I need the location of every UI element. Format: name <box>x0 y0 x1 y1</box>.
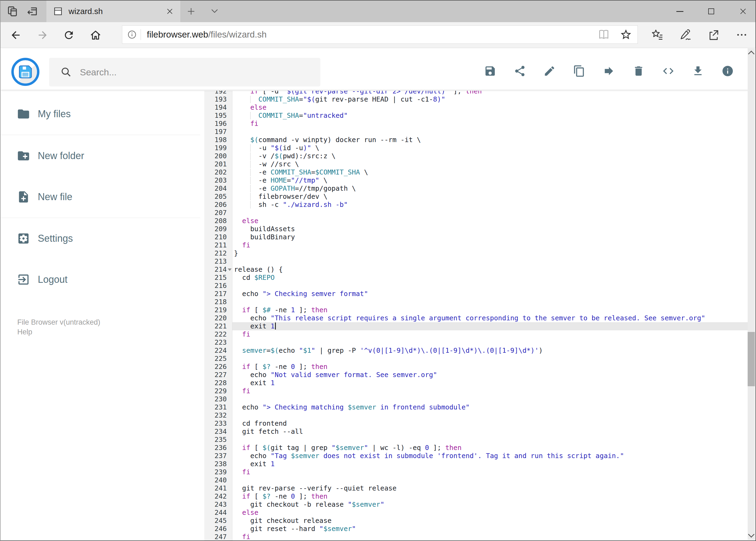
code-text[interactable]: git rev-parse --verify --quiet release <box>232 484 748 492</box>
code-text[interactable]: fi <box>232 533 748 541</box>
code-text[interactable]: -e COMMIT_SHA=$COMMIT_SHA \ <box>232 168 748 176</box>
code-text[interactable] <box>232 395 748 403</box>
save-button[interactable] <box>484 65 496 77</box>
scroll-down-arrow-icon[interactable] <box>748 531 754 537</box>
site-info-icon[interactable] <box>127 30 137 39</box>
code-text[interactable]: buildBinary <box>232 233 748 241</box>
reading-view-icon[interactable] <box>598 28 610 41</box>
code-text[interactable]: else <box>232 104 748 112</box>
annotate-pen-icon[interactable] <box>679 29 692 41</box>
more-options-icon[interactable] <box>735 29 748 41</box>
code-text[interactable]: fi <box>232 387 748 395</box>
refresh-icon[interactable] <box>63 29 75 41</box>
url-bar[interactable]: filebrowser.web/files/wizard.sh <box>122 25 638 44</box>
code-text[interactable]: if [ -d "$(git rev-parse --git-dir 2> /d… <box>232 91 748 95</box>
rename-button[interactable] <box>543 65 556 77</box>
code-text[interactable]: sh -c "./wizard.sh -b" <box>232 201 748 209</box>
share-icon[interactable] <box>707 29 720 41</box>
code-text[interactable] <box>232 298 748 306</box>
add-favorite-star-icon[interactable] <box>620 28 632 41</box>
code-text[interactable] <box>232 476 748 484</box>
forward-icon[interactable] <box>37 29 49 41</box>
tab-close-icon[interactable] <box>166 7 174 15</box>
code-text[interactable]: -w //src \ <box>232 160 748 168</box>
search-input[interactable] <box>79 67 296 78</box>
code-text[interactable] <box>232 209 748 217</box>
code-text[interactable] <box>232 282 748 290</box>
tab-list-chevron-icon[interactable] <box>210 8 219 14</box>
code-editor[interactable]: 192 if [ -d "$(git rev-parse --git-dir 2… <box>204 91 748 541</box>
fold-arrow-icon[interactable] <box>228 269 232 271</box>
code-text[interactable]: else <box>232 217 748 225</box>
code-text[interactable] <box>232 258 748 266</box>
back-icon[interactable] <box>10 29 22 41</box>
code-text[interactable]: $(command -v winpty) docker run --rm -it… <box>232 136 748 144</box>
code-text[interactable]: fi <box>232 241 748 249</box>
code-text[interactable]: COMMIT_SHA="untracked" <box>232 112 748 120</box>
code-text[interactable]: COMMIT_SHA="$(git rev-parse HEAD | cut -… <box>232 95 748 104</box>
code-text[interactable]: git fetch --all <box>232 427 748 436</box>
code-text[interactable]: -u "$(id -u)" \ <box>232 144 748 152</box>
home-icon[interactable] <box>90 29 102 41</box>
hub-favorites-icon[interactable] <box>651 29 664 41</box>
code-text[interactable] <box>232 128 748 136</box>
code-text[interactable]: exit 1 <box>232 322 748 330</box>
download-button[interactable] <box>692 65 704 77</box>
search-box[interactable] <box>49 58 320 86</box>
code-text[interactable]: } <box>232 249 748 258</box>
scroll-up-arrow-icon[interactable] <box>748 51 754 57</box>
code-text[interactable]: git checkout release <box>232 517 748 525</box>
code-text[interactable] <box>232 436 748 444</box>
code-text[interactable]: echo "> Checking semver format" <box>232 290 748 298</box>
code-text[interactable]: git checkout -b release "$semver" <box>232 500 748 509</box>
new-tab-button[interactable] <box>186 6 196 16</box>
filebrowser-logo[interactable] <box>11 58 39 86</box>
code-text[interactable]: cd frontend <box>232 419 748 427</box>
set-aside-tabs-icon[interactable] <box>26 5 38 17</box>
move-button[interactable] <box>603 65 615 77</box>
code-text[interactable]: fi <box>232 468 748 476</box>
code-text[interactable]: exit 1 <box>232 460 748 468</box>
help-link[interactable]: Help <box>17 328 32 336</box>
code-text[interactable]: else <box>232 509 748 517</box>
copy-button[interactable] <box>573 65 586 77</box>
code-text[interactable]: echo "This release script requires a sin… <box>232 314 748 322</box>
sidebar-item-new-file[interactable]: New file <box>1 184 176 210</box>
code-text[interactable]: echo "Tag $semver does not exist in subm… <box>232 452 748 460</box>
code-text[interactable] <box>232 355 748 363</box>
code-text[interactable]: -e GOPATH=//tmp/gopath \ <box>232 185 748 193</box>
code-text[interactable]: semver=$(echo "$1" | grep -P '^v(0|[1-9]… <box>232 346 748 355</box>
sidebar-item-logout[interactable]: Logout <box>1 267 176 292</box>
sidebar-item-settings[interactable]: Settings <box>1 226 176 252</box>
code-text[interactable]: -e HOME="//tmp" \ <box>232 176 748 185</box>
code-text[interactable]: if [ $? -ne 0 ]; then <box>232 492 748 500</box>
code-text[interactable]: if [ $# -ne 1 ]; then <box>232 306 748 314</box>
code-text[interactable]: cd $REPO <box>232 273 748 282</box>
sidebar-item-new-folder[interactable]: New folder <box>1 143 176 169</box>
code-text[interactable]: echo "> Checking matching $semver in fro… <box>232 403 748 411</box>
code-text[interactable]: filebrowser/dev \ <box>232 193 748 201</box>
minimize-button[interactable] <box>672 4 688 18</box>
code-text[interactable] <box>232 338 748 346</box>
info-button[interactable] <box>721 65 734 77</box>
close-button[interactable] <box>735 4 751 18</box>
browser-tab[interactable]: wizard.sh <box>46 1 180 22</box>
code-text[interactable]: if [ $? -ne 0 ]; then <box>232 363 748 371</box>
sidebar-item-my-files[interactable]: My files <box>1 101 176 127</box>
code-text[interactable]: release () { <box>232 266 748 273</box>
code-text[interactable] <box>232 411 748 419</box>
code-text[interactable]: exit 1 <box>232 379 748 387</box>
code-text[interactable]: fi <box>232 330 748 338</box>
code-text[interactable]: git reset --hard "$semver" <box>232 525 748 533</box>
code-text[interactable]: if [ $(git tag | grep "$semver" | wc -l)… <box>232 444 748 452</box>
code-text[interactable]: fi <box>232 120 748 128</box>
source-code-button[interactable] <box>662 65 674 77</box>
tab-preview-icon[interactable] <box>6 5 18 17</box>
maximize-button[interactable] <box>703 4 719 18</box>
code-text[interactable]: echo "Not valid semver format. See semve… <box>232 371 748 379</box>
scrollbar-thumb[interactable] <box>748 332 755 386</box>
delete-button[interactable] <box>632 65 645 77</box>
vertical-scrollbar[interactable] <box>748 48 755 540</box>
code-text[interactable]: -v /$(pwd):/src:z \ <box>232 152 748 160</box>
share-file-button[interactable] <box>514 65 526 77</box>
